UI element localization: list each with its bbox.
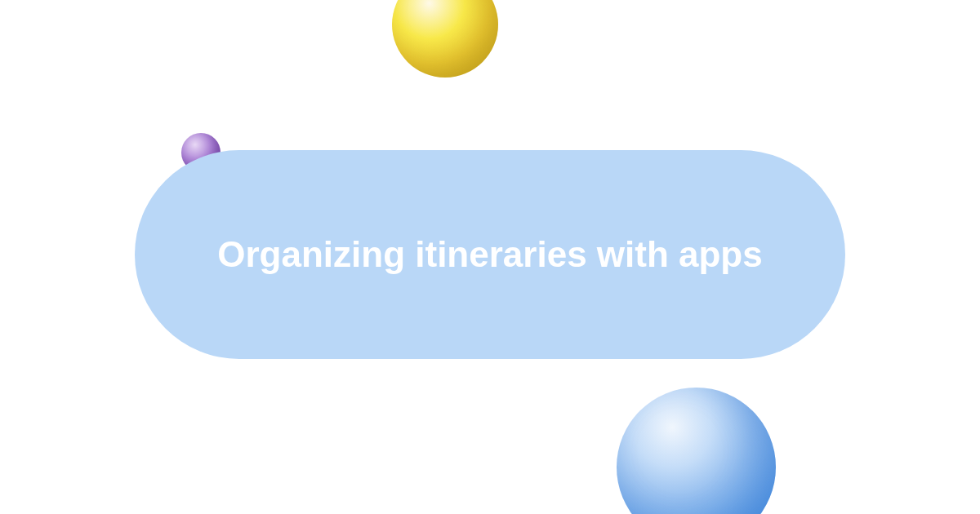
blue-sphere-decoration	[617, 388, 776, 514]
yellow-sphere-decoration	[392, 0, 498, 78]
title-card: Organizing itineraries with apps	[135, 150, 845, 359]
title-text: Organizing itineraries with apps	[217, 230, 762, 278]
